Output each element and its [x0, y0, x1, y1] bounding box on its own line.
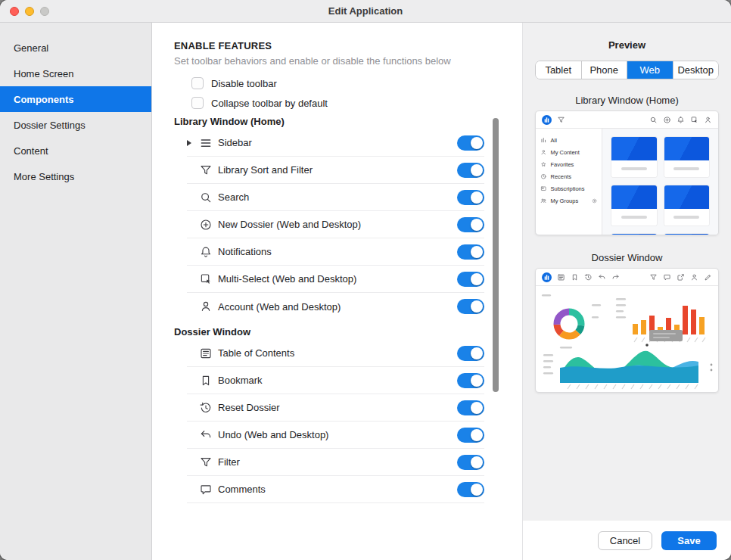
undo-icon: [199, 428, 213, 442]
library-sidebar-item-my-content: My Content: [540, 146, 597, 158]
account-icon: [690, 273, 698, 282]
tab-web[interactable]: Web: [627, 61, 673, 79]
favorites-icon: [540, 161, 547, 168]
dossier-preview-chart-art: [536, 286, 717, 392]
library-logo-icon: [542, 115, 552, 125]
library-sidebar-label: My Groups: [551, 198, 579, 204]
dossier-preview-toolbar: [536, 269, 718, 286]
library-window-preview: All My Content Favorites: [535, 110, 719, 235]
dossier-card: [611, 234, 657, 235]
my-groups-icon: [540, 198, 547, 204]
library-sidebar-label: Subscriptions: [551, 185, 585, 192]
bookmark-toggle[interactable]: [457, 373, 484, 388]
footer-bar: Cancel Save: [523, 521, 731, 560]
feature-label: Multi-Select (Web and Desktop): [218, 273, 356, 285]
new-dossier-icon: [199, 218, 213, 232]
library-sidebar-item-subscriptions: Subscriptions: [540, 182, 597, 194]
sidebar-item-more-settings[interactable]: More Settings: [0, 163, 151, 189]
group-title-dossier-window: Dossier Window: [174, 326, 522, 338]
sidebar-item-general[interactable]: General: [0, 35, 151, 61]
table-of-contents-icon: [557, 273, 565, 282]
group-title-library-window: Library Window (Home): [174, 116, 522, 127]
feature-row-new-dossier: New Dossier (Web and Desktop): [187, 211, 484, 238]
feature-label: Reset Dossier: [218, 402, 280, 413]
bookmark-icon: [199, 374, 213, 387]
account-icon: [199, 300, 213, 313]
checkbox-row-collapse-toolbar[interactable]: Collapse toolbar by default: [174, 93, 522, 113]
expand-arrow-icon[interactable]: [187, 140, 191, 146]
scrollbar[interactable]: [493, 118, 499, 392]
sidebar-item-components[interactable]: Components: [0, 86, 151, 112]
bookmark-icon: [571, 273, 579, 282]
sidebar-toggle[interactable]: [457, 135, 484, 151]
feature-label: Bookmark: [218, 375, 263, 386]
feature-row-account: Account (Web and Desktop): [187, 293, 484, 320]
library-preview-card-grid: [602, 129, 718, 235]
section-subtitle: Set toolbar behaviors and enable or disa…: [174, 55, 522, 67]
dossier-card: [611, 185, 657, 226]
section-title: ENABLE FEATURES: [174, 40, 522, 51]
table-of-contents-toggle[interactable]: [457, 346, 484, 361]
sidebar-item-content[interactable]: Content: [0, 138, 151, 163]
library-preview-toolbar: [536, 111, 718, 129]
dossier-card: [664, 185, 710, 226]
tab-phone[interactable]: Phone: [582, 61, 628, 79]
filter-icon: [557, 116, 565, 124]
reset-dossier-icon: [584, 273, 593, 282]
preview-column: Preview Tablet Phone Web Desktop Library…: [522, 23, 731, 560]
feature-label: Sidebar: [218, 137, 252, 148]
library-sort-filter-toggle[interactable]: [457, 163, 484, 178]
components-settings-panel: ENABLE FEATURES Set toolbar behaviors an…: [152, 23, 522, 560]
library-sidebar-item-my-groups: My Groups: [540, 194, 597, 207]
library-sidebar-item-recents: Recents: [540, 170, 597, 182]
account-toggle[interactable]: [457, 299, 484, 314]
subscriptions-icon: [540, 185, 547, 192]
cancel-button[interactable]: Cancel: [598, 531, 652, 550]
sidebar-item-home-screen[interactable]: Home Screen: [0, 61, 151, 86]
checkbox-label: Disable toolbar: [211, 78, 277, 89]
save-button[interactable]: Save: [661, 531, 717, 550]
library-feature-rows: Sidebar Library Sort and Filter Search: [187, 129, 484, 320]
feature-label: Library Sort and Filter: [218, 164, 313, 176]
checkbox-label: Collapse toolbar by default: [211, 98, 328, 109]
checkbox-row-disable-toolbar[interactable]: Disable toolbar: [174, 73, 522, 93]
settings-sidebar: General Home Screen Components Dossier S…: [0, 23, 152, 560]
sidebar-item-dossier-settings[interactable]: Dossier Settings: [0, 112, 151, 138]
feature-label: Search: [218, 191, 249, 203]
multi-select-toggle[interactable]: [457, 272, 484, 287]
feature-label: Undo (Web and Desktop): [218, 429, 328, 440]
library-logo-icon: [542, 272, 552, 282]
reset-dossier-toggle[interactable]: [457, 400, 484, 415]
library-preview-sidebar: All My Content Favorites: [536, 129, 602, 235]
window-title: Edit Application: [0, 5, 731, 17]
tab-desktop[interactable]: Desktop: [673, 61, 719, 79]
reset-dossier-icon: [199, 401, 213, 415]
library-sidebar-label: Recents: [551, 173, 572, 180]
new-dossier-toggle[interactable]: [457, 217, 484, 232]
feature-row-table-of-contents: Table of Contents: [187, 340, 484, 367]
filter-icon: [199, 456, 213, 469]
undo-toggle[interactable]: [457, 428, 484, 443]
disable-toolbar-checkbox[interactable]: [191, 77, 204, 89]
library-sidebar-label: My Content: [551, 149, 580, 156]
collapse-toolbar-checkbox[interactable]: [191, 97, 204, 109]
tab-tablet[interactable]: Tablet: [536, 61, 582, 79]
notifications-icon: [199, 245, 213, 259]
filter-toggle[interactable]: [457, 455, 484, 470]
preview-panel: Preview Tablet Phone Web Desktop Library…: [523, 23, 731, 521]
search-icon: [199, 191, 213, 204]
redo-icon: [611, 273, 620, 282]
dossier-feature-rows: Table of Contents Bookmark Reset Dossier: [187, 340, 484, 503]
titlebar: Edit Application: [0, 0, 731, 23]
feature-label: Notifications: [218, 246, 272, 257]
account-icon: [704, 116, 712, 124]
library-preview-caption: Library Window (Home): [535, 95, 719, 106]
filter-icon: [649, 273, 658, 282]
dossier-window-preview: [535, 268, 719, 393]
search-toggle[interactable]: [457, 190, 484, 205]
comments-icon: [663, 273, 671, 282]
notifications-toggle[interactable]: [457, 244, 484, 260]
feature-row-bookmark: Bookmark: [187, 367, 484, 394]
comments-toggle[interactable]: [457, 482, 484, 497]
library-sidebar-label: All: [551, 137, 557, 144]
